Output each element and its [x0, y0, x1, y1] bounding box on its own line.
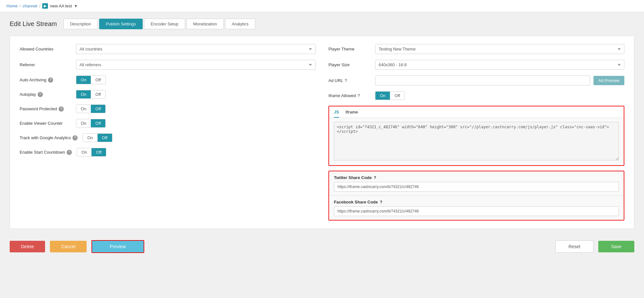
- main-content: Edit Live Stream Description Publish Set…: [0, 12, 644, 296]
- tab-publish-settings[interactable]: Publish Settings: [99, 19, 143, 29]
- preview-button[interactable]: Preview: [91, 240, 144, 253]
- iframe-allowed-help-icon[interactable]: ?: [357, 93, 360, 98]
- player-theme-row: Player Theme Testing New Theme: [328, 44, 624, 54]
- allowed-countries-label: Allowed Countries: [20, 47, 71, 51]
- tab-analytics[interactable]: Analytics: [225, 19, 255, 29]
- embed-tabs: JS Iframe: [329, 106, 624, 118]
- form-area: Allowed Countries All countries Referrer…: [10, 36, 634, 229]
- referrer-row: Referrer All referrers: [20, 60, 316, 70]
- auto-archiving-on-btn[interactable]: On: [76, 76, 91, 84]
- breadcrumb-dropdown-icon[interactable]: ▼: [74, 4, 78, 8]
- breadcrumb-home[interactable]: Home: [6, 4, 18, 8]
- save-button[interactable]: Save: [598, 241, 634, 252]
- cancel-button[interactable]: Cancel: [50, 241, 87, 252]
- breadcrumb-channel[interactable]: channel: [23, 4, 37, 8]
- player-size-row: Player Size 640x360 - 16:9: [328, 60, 624, 70]
- autoplay-label: Autoplay ?: [20, 92, 71, 97]
- google-analytics-row: Track with Google Analytics ? On Off: [20, 133, 316, 142]
- twitter-share-row: Twitter Share Code ?: [329, 171, 624, 196]
- auto-archiving-row: Auto Archiving ? On Off: [20, 76, 316, 84]
- iframe-allowed-off-btn[interactable]: Off: [390, 92, 404, 100]
- password-protected-row: Password Protected ? On Off: [20, 104, 316, 113]
- facebook-share-input[interactable]: [334, 206, 619, 216]
- autoplay-toggle: On Off: [76, 90, 106, 99]
- embed-tab-js[interactable]: JS: [334, 110, 339, 118]
- breadcrumb-sep1: /: [20, 4, 21, 8]
- player-theme-label: Player Theme: [328, 47, 370, 51]
- iframe-allowed-toggle: On Off: [375, 91, 405, 100]
- tab-description[interactable]: Description: [63, 19, 98, 29]
- tabs: Description Publish Settings Encoder Set…: [63, 19, 255, 29]
- twitter-share-label: Twitter Share Code ?: [334, 175, 619, 180]
- allowed-countries-select[interactable]: All countries: [76, 44, 316, 54]
- twitter-share-help-icon[interactable]: ?: [374, 175, 376, 180]
- reset-button[interactable]: Reset: [555, 240, 594, 253]
- autoplay-off-btn[interactable]: Off: [91, 90, 105, 98]
- password-protected-off-btn[interactable]: Off: [91, 105, 105, 113]
- autoplay-row: Autoplay ? On Off: [20, 90, 316, 99]
- iframe-allowed-on-btn[interactable]: On: [375, 92, 390, 100]
- google-analytics-off-btn[interactable]: Off: [98, 134, 112, 142]
- referrer-select[interactable]: All referrers: [76, 60, 316, 70]
- delete-button[interactable]: Delete: [10, 241, 45, 252]
- ad-url-input-group: Ad Preview: [375, 76, 624, 86]
- password-protected-help-icon[interactable]: ?: [59, 106, 64, 112]
- autoplay-on-btn[interactable]: On: [76, 90, 91, 98]
- tab-monetization[interactable]: Monetization: [186, 19, 224, 29]
- allowed-countries-row: Allowed Countries All countries: [20, 44, 316, 54]
- viewer-counter-row: Enable Viewer Counter On Off: [20, 119, 316, 128]
- ad-url-label: Ad URL ?: [328, 78, 370, 83]
- start-countdown-row: Enable Start Countdown ? On Off: [20, 148, 316, 157]
- google-analytics-toggle: On Off: [82, 133, 112, 142]
- password-protected-label: Password Protected ?: [20, 106, 71, 112]
- player-size-select[interactable]: 640x360 - 16:9: [375, 60, 624, 70]
- breadcrumb-sep2: /: [39, 4, 41, 8]
- embed-section: JS Iframe <script id="74321_c_482746" wi…: [328, 106, 624, 166]
- viewer-counter-off-btn[interactable]: Off: [91, 119, 105, 127]
- referrer-label: Referrer: [20, 62, 71, 67]
- facebook-share-row: Facebook Share Code ?: [329, 196, 624, 220]
- auto-archiving-label: Auto Archiving ?: [20, 77, 71, 83]
- channel-icon: ▶: [42, 3, 48, 9]
- autoplay-help-icon[interactable]: ?: [38, 92, 43, 97]
- password-protected-toggle: On Off: [76, 104, 106, 113]
- ad-url-input[interactable]: [375, 76, 590, 86]
- top-nav: Home / channel / ▶ new AA test ▼: [0, 0, 644, 12]
- start-countdown-help-icon[interactable]: ?: [67, 150, 72, 155]
- left-column: Allowed Countries All countries Referrer…: [20, 44, 316, 221]
- viewer-counter-on-btn[interactable]: On: [76, 119, 91, 127]
- google-analytics-on-btn[interactable]: On: [83, 134, 97, 142]
- start-countdown-toggle: On Off: [77, 148, 106, 157]
- start-countdown-off-btn[interactable]: Off: [91, 148, 106, 156]
- google-analytics-help-icon[interactable]: ?: [72, 135, 78, 140]
- viewer-counter-label: Enable Viewer Counter: [20, 121, 71, 126]
- player-size-label: Player Size: [328, 62, 370, 67]
- auto-archiving-toggle: On Off: [76, 76, 106, 84]
- ad-preview-button[interactable]: Ad Preview: [593, 76, 624, 85]
- iframe-allowed-label: Iframe Allowed ?: [328, 93, 370, 98]
- twitter-share-input[interactable]: [334, 182, 619, 192]
- facebook-share-label: Facebook Share Code ?: [334, 200, 619, 204]
- share-section: Twitter Share Code ? Facebook Share Code…: [328, 171, 624, 221]
- viewer-counter-toggle: On Off: [76, 119, 106, 128]
- ad-url-help-icon[interactable]: ?: [345, 78, 347, 83]
- facebook-share-help-icon[interactable]: ?: [380, 200, 383, 204]
- google-analytics-label: Track with Google Analytics ?: [20, 135, 78, 140]
- tab-encoder-setup[interactable]: Encoder Setup: [144, 19, 185, 29]
- embed-code-textarea[interactable]: <script id="74321_c_482746" width="640" …: [334, 122, 619, 160]
- start-countdown-label: Enable Start Countdown ?: [20, 150, 72, 155]
- iframe-allowed-row: Iframe Allowed ? On Off: [328, 91, 624, 100]
- ad-url-row: Ad URL ? Ad Preview: [328, 76, 624, 86]
- embed-code-area: <script id="74321_c_482746" width="640" …: [329, 118, 624, 165]
- page-title: Edit Live Stream: [10, 20, 57, 28]
- auto-archiving-help-icon[interactable]: ?: [48, 77, 53, 83]
- right-column: Player Theme Testing New Theme Player Si…: [328, 44, 624, 221]
- breadcrumb-stream: new AA test: [50, 4, 72, 8]
- auto-archiving-off-btn[interactable]: Off: [91, 76, 105, 84]
- player-theme-select[interactable]: Testing New Theme: [375, 44, 624, 54]
- page-header: Edit Live Stream Description Publish Set…: [10, 19, 634, 29]
- password-protected-on-btn[interactable]: On: [76, 105, 91, 113]
- start-countdown-on-btn[interactable]: On: [77, 148, 91, 156]
- embed-tab-iframe[interactable]: Iframe: [346, 110, 358, 118]
- action-bar: Delete Cancel Preview Reset Save: [10, 235, 634, 258]
